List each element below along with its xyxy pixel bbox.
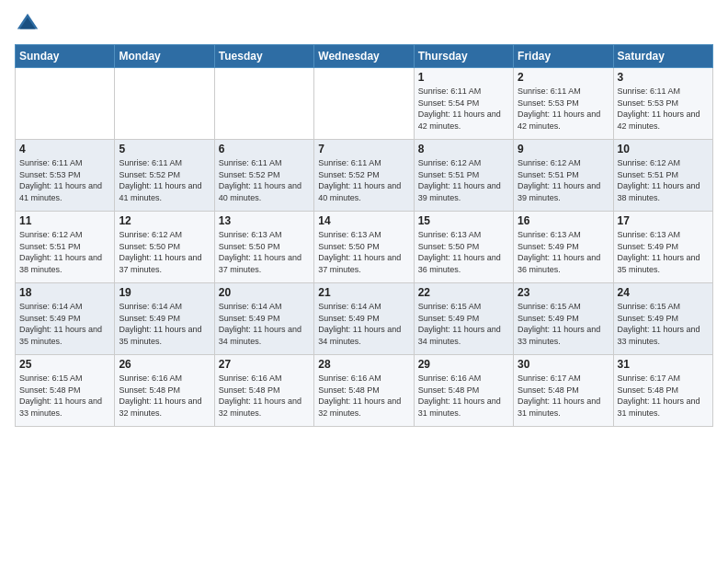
calendar-cell: 20Sunrise: 6:14 AM Sunset: 5:49 PM Dayli… — [214, 283, 313, 355]
day-info: Sunrise: 6:14 AM Sunset: 5:49 PM Dayligh… — [119, 301, 210, 347]
day-number: 16 — [518, 214, 609, 227]
day-number: 21 — [318, 286, 409, 299]
calendar-cell: 17Sunrise: 6:13 AM Sunset: 5:49 PM Dayli… — [613, 212, 712, 283]
calendar-cell — [16, 68, 115, 140]
calendar-cell: 11Sunrise: 6:12 AM Sunset: 5:51 PM Dayli… — [16, 212, 115, 283]
day-number: 13 — [219, 214, 310, 227]
calendar-week-3: 18Sunrise: 6:14 AM Sunset: 5:49 PM Dayli… — [16, 283, 713, 355]
calendar-cell: 27Sunrise: 6:16 AM Sunset: 5:48 PM Dayli… — [214, 355, 313, 427]
calendar-cell: 13Sunrise: 6:13 AM Sunset: 5:50 PM Dayli… — [214, 212, 313, 283]
calendar-cell: 29Sunrise: 6:16 AM Sunset: 5:48 PM Dayli… — [414, 355, 513, 427]
page: SundayMondayTuesdayWednesdayThursdayFrid… — [0, 0, 728, 563]
day-info: Sunrise: 6:13 AM Sunset: 5:50 PM Dayligh… — [318, 229, 409, 275]
day-info: Sunrise: 6:13 AM Sunset: 5:49 PM Dayligh… — [618, 229, 709, 275]
calendar-cell: 6Sunrise: 6:11 AM Sunset: 5:52 PM Daylig… — [214, 140, 313, 212]
calendar-body: 1Sunrise: 6:11 AM Sunset: 5:54 PM Daylig… — [16, 68, 713, 427]
day-number: 15 — [418, 214, 509, 227]
weekday-header-wednesday: Wednesday — [314, 45, 414, 68]
day-number: 5 — [119, 143, 210, 155]
calendar-cell: 10Sunrise: 6:12 AM Sunset: 5:51 PM Dayli… — [613, 140, 712, 212]
day-number: 30 — [518, 358, 609, 371]
day-info: Sunrise: 6:15 AM Sunset: 5:49 PM Dayligh… — [418, 301, 509, 347]
day-number: 10 — [618, 143, 709, 155]
day-number: 27 — [219, 358, 310, 371]
day-info: Sunrise: 6:11 AM Sunset: 5:54 PM Dayligh… — [418, 86, 509, 132]
day-number: 14 — [318, 214, 409, 227]
day-info: Sunrise: 6:14 AM Sunset: 5:49 PM Dayligh… — [318, 301, 409, 347]
calendar-cell: 9Sunrise: 6:12 AM Sunset: 5:51 PM Daylig… — [514, 140, 613, 212]
day-number: 23 — [518, 286, 609, 299]
day-number: 12 — [119, 214, 210, 227]
calendar-cell: 24Sunrise: 6:15 AM Sunset: 5:49 PM Dayli… — [613, 283, 712, 355]
day-info: Sunrise: 6:12 AM Sunset: 5:51 PM Dayligh… — [19, 229, 110, 275]
day-number: 11 — [19, 214, 110, 227]
day-number: 17 — [618, 214, 709, 227]
calendar-cell: 26Sunrise: 6:16 AM Sunset: 5:48 PM Dayli… — [115, 355, 214, 427]
day-info: Sunrise: 6:15 AM Sunset: 5:48 PM Dayligh… — [19, 373, 110, 419]
day-number: 20 — [219, 286, 310, 299]
day-info: Sunrise: 6:12 AM Sunset: 5:51 PM Dayligh… — [518, 157, 609, 203]
day-number: 7 — [318, 143, 409, 155]
day-info: Sunrise: 6:17 AM Sunset: 5:48 PM Dayligh… — [518, 373, 609, 419]
weekday-header-sunday: Sunday — [16, 45, 115, 68]
calendar-cell: 31Sunrise: 6:17 AM Sunset: 5:48 PM Dayli… — [613, 355, 712, 427]
weekday-header-thursday: Thursday — [414, 45, 513, 68]
day-number: 19 — [119, 286, 210, 299]
logo — [15, 11, 44, 37]
calendar-cell: 1Sunrise: 6:11 AM Sunset: 5:54 PM Daylig… — [414, 68, 513, 140]
day-number: 26 — [119, 358, 210, 371]
day-number: 3 — [618, 71, 709, 84]
calendar-cell: 18Sunrise: 6:14 AM Sunset: 5:49 PM Dayli… — [16, 283, 115, 355]
weekday-row: SundayMondayTuesdayWednesdayThursdayFrid… — [16, 45, 713, 68]
day-info: Sunrise: 6:11 AM Sunset: 5:53 PM Dayligh… — [518, 86, 609, 132]
calendar-cell: 14Sunrise: 6:13 AM Sunset: 5:50 PM Dayli… — [314, 212, 414, 283]
weekday-header-monday: Monday — [115, 45, 214, 68]
weekday-header-friday: Friday — [514, 45, 613, 68]
day-info: Sunrise: 6:12 AM Sunset: 5:50 PM Dayligh… — [119, 229, 210, 275]
calendar-cell: 3Sunrise: 6:11 AM Sunset: 5:53 PM Daylig… — [613, 68, 712, 140]
day-info: Sunrise: 6:13 AM Sunset: 5:50 PM Dayligh… — [219, 229, 310, 275]
day-info: Sunrise: 6:13 AM Sunset: 5:50 PM Dayligh… — [418, 229, 509, 275]
day-info: Sunrise: 6:11 AM Sunset: 5:52 PM Dayligh… — [119, 157, 210, 203]
day-info: Sunrise: 6:16 AM Sunset: 5:48 PM Dayligh… — [219, 373, 310, 419]
calendar-cell: 2Sunrise: 6:11 AM Sunset: 5:53 PM Daylig… — [514, 68, 613, 140]
day-number: 6 — [219, 143, 310, 155]
day-info: Sunrise: 6:11 AM Sunset: 5:53 PM Dayligh… — [19, 157, 110, 203]
header — [15, 11, 713, 37]
day-info: Sunrise: 6:11 AM Sunset: 5:53 PM Dayligh… — [618, 86, 709, 132]
day-info: Sunrise: 6:15 AM Sunset: 5:49 PM Dayligh… — [618, 301, 709, 347]
calendar-cell: 5Sunrise: 6:11 AM Sunset: 5:52 PM Daylig… — [115, 140, 214, 212]
calendar-week-1: 4Sunrise: 6:11 AM Sunset: 5:53 PM Daylig… — [16, 140, 713, 212]
day-number: 4 — [19, 143, 110, 155]
calendar-header: SundayMondayTuesdayWednesdayThursdayFrid… — [16, 45, 713, 68]
day-info: Sunrise: 6:13 AM Sunset: 5:49 PM Dayligh… — [518, 229, 609, 275]
day-number: 2 — [518, 71, 609, 84]
logo-icon — [15, 11, 40, 37]
day-info: Sunrise: 6:15 AM Sunset: 5:49 PM Dayligh… — [518, 301, 609, 347]
day-info: Sunrise: 6:16 AM Sunset: 5:48 PM Dayligh… — [418, 373, 509, 419]
calendar-cell: 16Sunrise: 6:13 AM Sunset: 5:49 PM Dayli… — [514, 212, 613, 283]
day-number: 9 — [518, 143, 609, 155]
day-info: Sunrise: 6:12 AM Sunset: 5:51 PM Dayligh… — [418, 157, 509, 203]
calendar-cell: 8Sunrise: 6:12 AM Sunset: 5:51 PM Daylig… — [414, 140, 513, 212]
day-number: 31 — [618, 358, 709, 371]
day-number: 8 — [418, 143, 509, 155]
weekday-header-saturday: Saturday — [613, 45, 712, 68]
weekday-header-tuesday: Tuesday — [214, 45, 313, 68]
calendar-cell: 30Sunrise: 6:17 AM Sunset: 5:48 PM Dayli… — [514, 355, 613, 427]
calendar: SundayMondayTuesdayWednesdayThursdayFrid… — [15, 44, 713, 427]
day-info: Sunrise: 6:12 AM Sunset: 5:51 PM Dayligh… — [618, 157, 709, 203]
calendar-cell: 12Sunrise: 6:12 AM Sunset: 5:50 PM Dayli… — [115, 212, 214, 283]
day-info: Sunrise: 6:16 AM Sunset: 5:48 PM Dayligh… — [119, 373, 210, 419]
day-info: Sunrise: 6:14 AM Sunset: 5:49 PM Dayligh… — [219, 301, 310, 347]
day-info: Sunrise: 6:16 AM Sunset: 5:48 PM Dayligh… — [318, 373, 409, 419]
calendar-cell — [214, 68, 313, 140]
calendar-cell: 22Sunrise: 6:15 AM Sunset: 5:49 PM Dayli… — [414, 283, 513, 355]
calendar-week-0: 1Sunrise: 6:11 AM Sunset: 5:54 PM Daylig… — [16, 68, 713, 140]
calendar-cell: 23Sunrise: 6:15 AM Sunset: 5:49 PM Dayli… — [514, 283, 613, 355]
calendar-cell: 7Sunrise: 6:11 AM Sunset: 5:52 PM Daylig… — [314, 140, 414, 212]
calendar-cell: 15Sunrise: 6:13 AM Sunset: 5:50 PM Dayli… — [414, 212, 513, 283]
calendar-cell — [314, 68, 414, 140]
calendar-cell: 25Sunrise: 6:15 AM Sunset: 5:48 PM Dayli… — [16, 355, 115, 427]
day-number: 28 — [318, 358, 409, 371]
